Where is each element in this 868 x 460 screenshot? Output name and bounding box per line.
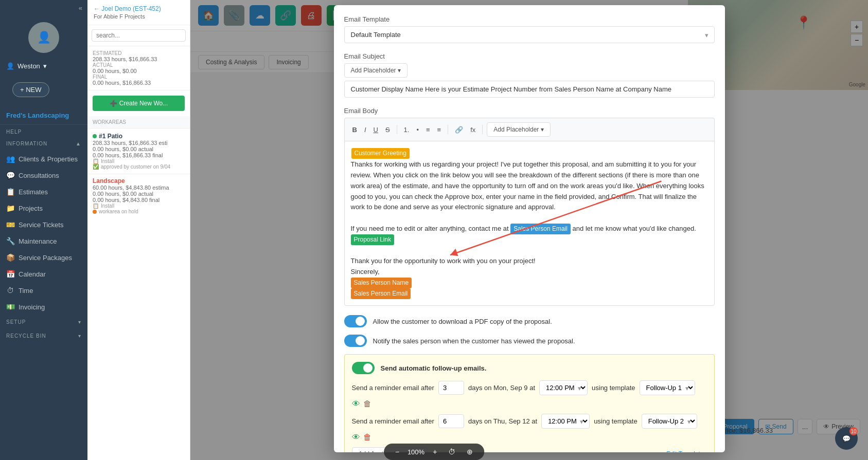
landscape-status-dot	[93, 210, 97, 214]
sales-email-tag2: Sales Person Email	[351, 288, 411, 299]
edit-templates-link[interactable]: ✏ Edit Templates	[660, 450, 707, 452]
reminder1-view-btn[interactable]: 👁	[352, 399, 360, 409]
align-left-btn[interactable]: ≡	[423, 125, 433, 135]
user-dropdown-icon: ▾	[43, 62, 47, 70]
help-label: HELP	[0, 125, 87, 137]
actual-label: ACTUAL	[93, 62, 185, 68]
avatar: 👤	[28, 22, 59, 53]
sidebar-item-service-tickets[interactable]: 🎫 Service Tickets	[0, 216, 87, 233]
body-paragraph2: If you need me to edit or alter anything…	[351, 225, 509, 232]
plus-icon: ➕	[110, 100, 117, 107]
modal-overlay: Email Template Default Template Email Su…	[190, 0, 868, 460]
middle-panel: ← Joel Demo (EST-452) For Abbie F Projec…	[87, 0, 190, 460]
patio-hours-act: 0.00 hours, $0.00 actual	[93, 146, 185, 152]
reminder2-using-template: using template	[594, 417, 637, 425]
user-name: Weston	[17, 62, 40, 70]
email-subject-row: Add Placeholder ▾	[344, 63, 715, 78]
search-box	[87, 25, 190, 46]
information-toggle[interactable]: INFORMATION ▲	[0, 137, 87, 151]
toggle-pdf[interactable]	[344, 315, 367, 327]
maintenance-icon: 🔧	[6, 237, 14, 245]
email-body-label: Email Body	[344, 107, 715, 115]
sidebar-collapse-btn[interactable]: «	[0, 0, 87, 16]
sidebar-item-clients[interactable]: 👥 Clients & Properties	[0, 151, 87, 167]
workarea-patio[interactable]: #1 Patio 208.33 hours, $16,866.33 esti 0…	[87, 128, 190, 174]
estimates-icon: 📋	[6, 188, 14, 196]
toggle-pdf-label: Allow the customer to download a PDF cop…	[373, 318, 552, 325]
modal-body: Email Template Default Template Email Su…	[334, 5, 725, 452]
email-template-select-wrapper: Default Template	[344, 26, 715, 43]
recycle-bin-toggle[interactable]: RECYCLE BIN ▾	[0, 329, 87, 343]
toggle-notify-label: Notify the sales person when the custome…	[373, 337, 575, 345]
email-template-label: Email Template	[344, 15, 715, 23]
zoom-level: 100%	[408, 448, 424, 456]
target-btn[interactable]: ⊕	[464, 447, 476, 457]
consultations-icon: 💬	[6, 171, 14, 179]
reminder1-actions: 👁 🗑	[352, 399, 371, 409]
email-subject-input[interactable]	[344, 81, 715, 98]
body-paragraph4: Thank you for the opportunity to work wi…	[351, 257, 536, 265]
create-new-btn[interactable]: ➕ Create New Wo...	[93, 96, 185, 111]
patio-approved: ✅ approved by customer on 9/04	[93, 164, 185, 170]
back-link[interactable]: ← Joel Demo (EST-452)	[94, 5, 184, 12]
email-template-section: Email Template Default Template	[344, 15, 715, 43]
service-packages-icon: 📦	[6, 253, 14, 262]
sidebar-item-calendar[interactable]: 📅 Calendar	[0, 266, 87, 282]
italic-btn[interactable]: I	[362, 125, 369, 135]
sidebar-item-consultations[interactable]: 💬 Consultations	[0, 167, 87, 183]
customer-greeting-tag: Customer Greeting	[351, 148, 410, 159]
add-placeholder-subject-btn[interactable]: Add Placeholder ▾	[344, 63, 408, 78]
bold-btn[interactable]: B	[350, 125, 360, 135]
link-btn[interactable]: 🔗	[452, 125, 466, 135]
patio-hours-fin: 0.00 hours, $16,866.33 final	[93, 152, 185, 158]
ordered-list-btn[interactable]: 1.	[401, 125, 412, 135]
chat-icon: 💬	[842, 435, 851, 443]
toggle-reminder[interactable]	[352, 362, 375, 374]
landscape-hours-est: 60.00 hours, $4,843.80 estima	[93, 185, 185, 191]
time-icon: ⏱	[6, 286, 14, 295]
search-input[interactable]	[92, 29, 186, 42]
clock-btn[interactable]: ⏱	[445, 447, 458, 457]
reminder2-view-btn[interactable]: 👁	[352, 433, 360, 442]
strikethrough-btn[interactable]: S	[383, 125, 393, 135]
sincerely: Sincerely,	[351, 268, 380, 275]
sidebar-item-time[interactable]: ⏱ Time	[0, 282, 87, 299]
zoom-out-btn[interactable]: −	[392, 447, 402, 457]
reminder2-template-wrapper: Follow-Up 2	[642, 414, 697, 429]
toggle-notify[interactable]	[344, 335, 367, 347]
reminder1-time-select[interactable]: 12:00 PM	[539, 380, 588, 395]
sidebar-item-service-packages[interactable]: 📦 Service Packages	[0, 249, 87, 266]
sidebar-item-invoicing[interactable]: 💵 Invoicing	[0, 299, 87, 315]
company-name[interactable]: Fred's Landscaping	[0, 106, 87, 125]
patio-status-dot	[93, 134, 97, 138]
formula-btn[interactable]: fx	[468, 125, 478, 135]
toggle-pdf-row: Allow the customer to download a PDF cop…	[344, 315, 715, 327]
underline-btn[interactable]: U	[371, 125, 381, 135]
invoicing-icon: 💵	[6, 303, 14, 311]
reminder1-template-select[interactable]: Follow-Up 1	[640, 380, 695, 395]
setup-toggle[interactable]: SETUP ▾	[0, 315, 87, 329]
reminder1-delete-btn[interactable]: 🗑	[363, 399, 371, 409]
zoom-in-btn[interactable]: +	[430, 447, 440, 457]
projects-icon: 📁	[6, 204, 14, 212]
email-template-select[interactable]: Default Template	[344, 26, 715, 43]
user-selector[interactable]: 👤 Weston ▾	[0, 59, 87, 73]
reminder2-template-select[interactable]: Follow-Up 2	[642, 414, 697, 429]
reminder2-time-select[interactable]: 12:00 PM	[541, 414, 590, 429]
sidebar-item-projects[interactable]: 📁 Projects	[0, 200, 87, 216]
add-placeholder-body-btn[interactable]: Add Placeholder ▾	[487, 122, 550, 137]
editor-body[interactable]: Customer Greeting Thanks for working wit…	[344, 141, 715, 306]
reminder1-days-input[interactable]	[438, 381, 464, 395]
new-button[interactable]: + NEW	[12, 82, 49, 97]
sidebar-item-estimates[interactable]: 📋 Estimates	[0, 183, 87, 200]
reminder2-days-input[interactable]	[438, 414, 464, 428]
unordered-list-btn[interactable]: •	[414, 125, 421, 135]
toolbar-divider-3	[482, 125, 483, 134]
sidebar-item-maintenance[interactable]: 🔧 Maintenance	[0, 233, 87, 249]
toggle-notify-row: Notify the sales person when the custome…	[344, 335, 715, 347]
chat-button[interactable]: 💬 10	[835, 427, 858, 450]
align-center-btn[interactable]: ≡	[435, 125, 444, 135]
modal: Email Template Default Template Email Su…	[334, 5, 725, 452]
reminder2-delete-btn[interactable]: 🗑	[363, 433, 371, 442]
avatar-container: 👤	[0, 16, 87, 59]
